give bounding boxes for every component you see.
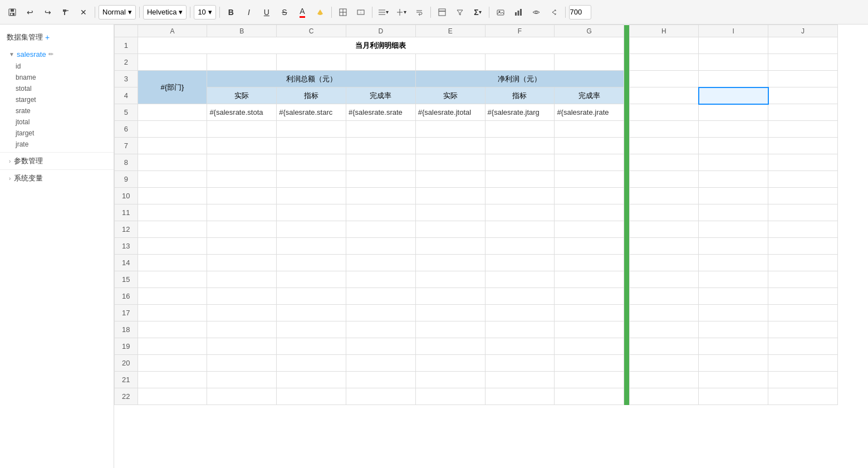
title-cell[interactable]: 当月利润明细表 xyxy=(138,37,624,54)
cell-i1[interactable] xyxy=(699,37,768,54)
formula-button[interactable]: Σ ▾ xyxy=(470,4,486,20)
cell-j4[interactable] xyxy=(768,87,838,104)
cell-f2[interactable] xyxy=(485,54,555,71)
col-header-j[interactable]: J xyxy=(768,25,838,37)
add-dataset-button[interactable]: + xyxy=(45,33,50,42)
clear-format-button[interactable]: ✕ xyxy=(76,4,91,20)
cell-i4[interactable] xyxy=(699,87,768,104)
sub-header-target2[interactable]: 指标 xyxy=(485,87,555,104)
share-button[interactable] xyxy=(546,4,562,20)
bold-button[interactable]: B xyxy=(223,4,239,20)
underline-button[interactable]: U xyxy=(259,4,274,20)
table-row: 17 xyxy=(115,305,838,321)
field-bname[interactable]: bname xyxy=(0,72,114,83)
col-header-f[interactable]: F xyxy=(485,25,555,37)
cell-c5[interactable]: #{salesrate.starc xyxy=(277,104,346,121)
italic-button[interactable]: I xyxy=(241,4,257,20)
filter-button[interactable] xyxy=(452,4,468,20)
valign-button[interactable]: ▾ xyxy=(394,4,409,20)
table-row: 20 xyxy=(115,355,838,372)
cell-b2[interactable] xyxy=(207,54,277,71)
eye-button[interactable] xyxy=(528,4,544,20)
field-jrate[interactable]: jrate xyxy=(0,139,114,150)
fill-color-button[interactable] xyxy=(312,4,328,20)
sub-header-rate1[interactable]: 完成率 xyxy=(346,87,415,104)
col-header-c[interactable]: C xyxy=(277,25,346,37)
format-painter-button[interactable] xyxy=(58,4,73,20)
field-id[interactable]: id xyxy=(0,61,114,72)
cell-g2[interactable] xyxy=(555,54,624,71)
field-jtotal[interactable]: jtotal xyxy=(0,116,114,128)
redo-button[interactable]: ↪ xyxy=(40,4,56,20)
cell-b5[interactable]: #{salesrate.stota xyxy=(207,104,277,121)
freeze-button[interactable] xyxy=(434,4,450,20)
size-dropdown[interactable]: 10 ▾ xyxy=(194,5,215,20)
table-row: 21 xyxy=(115,372,838,388)
sysvars-label: 系统变量 xyxy=(14,173,43,183)
col-header-g[interactable]: G xyxy=(555,25,624,37)
sub-header-actual1[interactable]: 实际 xyxy=(207,87,277,104)
cell-j3[interactable] xyxy=(768,71,838,87)
col-header-i[interactable]: I xyxy=(699,25,768,37)
field-jtarget[interactable]: jtarget xyxy=(0,128,114,139)
cell-d2[interactable] xyxy=(346,54,415,71)
cell-a5[interactable] xyxy=(138,104,207,121)
cell-g5[interactable]: #{salesrate.jrate xyxy=(555,104,624,121)
align-button[interactable]: ▾ xyxy=(376,4,391,20)
cell-j2[interactable] xyxy=(768,54,838,71)
field-srate[interactable]: srate xyxy=(0,105,114,116)
cell-c2[interactable] xyxy=(277,54,346,71)
cell-h5[interactable] xyxy=(629,104,699,121)
sub-header-rate2[interactable]: 完成率 xyxy=(555,87,624,104)
undo-button[interactable]: ↩ xyxy=(22,4,38,20)
sub-header-target1[interactable]: 指标 xyxy=(277,87,346,104)
green-divider-2 xyxy=(624,54,629,71)
group1-header[interactable]: 利润总额（元） xyxy=(207,71,415,87)
table-row: 22 xyxy=(115,388,838,405)
col-header-e[interactable]: E xyxy=(415,25,485,37)
cell-j1[interactable] xyxy=(768,37,838,54)
col-header-d[interactable]: D xyxy=(346,25,415,37)
cell-e5[interactable]: #{salesrate.jtotal xyxy=(415,104,485,121)
style-dropdown[interactable]: Normal ▾ xyxy=(99,5,136,20)
cell-j5[interactable] xyxy=(768,104,838,121)
borders-button[interactable] xyxy=(335,4,351,20)
image-button[interactable] xyxy=(493,4,508,20)
zoom-input[interactable] xyxy=(569,5,591,20)
cell-i2[interactable] xyxy=(699,54,768,71)
strikethrough-button[interactable]: S xyxy=(277,4,292,20)
spreadsheet[interactable]: A B C D E F G H I J 1 当月利润明细表 xyxy=(114,25,868,468)
cell-h4[interactable] xyxy=(629,87,699,104)
col-header-b[interactable]: B xyxy=(207,25,277,37)
table-row: 15 xyxy=(115,271,838,288)
chevron-down-icon3: ▾ xyxy=(208,8,212,16)
cell-h2[interactable] xyxy=(629,54,699,71)
sysvars-section[interactable]: › 系统变量 xyxy=(0,169,114,187)
cell-h1[interactable] xyxy=(629,37,699,54)
field-stotal[interactable]: stotal xyxy=(0,83,114,94)
dept-header-cell[interactable]: #{部门} xyxy=(138,71,207,104)
merge-button[interactable] xyxy=(353,4,369,20)
cell-a2[interactable] xyxy=(138,54,207,71)
cell-h3[interactable] xyxy=(629,71,699,87)
cell-i3[interactable] xyxy=(699,71,768,87)
row-num-4: 4 xyxy=(115,87,138,104)
dataset-salesrate[interactable]: ▼ salesrate ✏ xyxy=(0,48,114,61)
col-header-a[interactable]: A xyxy=(138,25,207,37)
cell-f5[interactable]: #{salesrate.jtarg xyxy=(485,104,555,121)
cell-i5[interactable] xyxy=(699,104,768,121)
field-starget[interactable]: starget xyxy=(0,94,114,105)
col-header-h[interactable]: H xyxy=(629,25,699,37)
group2-header[interactable]: 净利润（元） xyxy=(415,71,624,87)
sub-header-actual2[interactable]: 实际 xyxy=(415,87,485,104)
chart-button[interactable] xyxy=(511,4,526,20)
chevron-down-icon: ▾ xyxy=(128,8,132,16)
font-color-button[interactable]: A xyxy=(295,4,310,20)
edit-icon[interactable]: ✏ xyxy=(48,51,53,58)
save-button[interactable] xyxy=(4,4,20,20)
cell-e2[interactable] xyxy=(415,54,485,71)
wrap-button[interactable] xyxy=(411,4,427,20)
cell-d5[interactable]: #{salesrate.srate xyxy=(346,104,415,121)
font-dropdown[interactable]: Helvetica ▾ xyxy=(143,5,187,20)
params-section[interactable]: › 参数管理 xyxy=(0,152,114,169)
